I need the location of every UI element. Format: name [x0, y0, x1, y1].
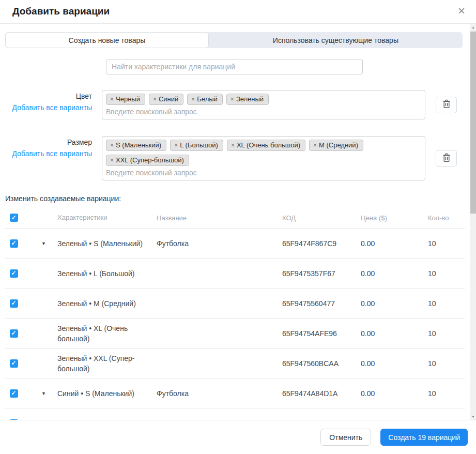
modal-body: Создать новые товары Использовать сущест…	[0, 24, 470, 420]
create-variations-button[interactable]: Создать 19 вариаций	[380, 429, 468, 446]
table-header-row: Характеристики Название КОД Цена ($) Кол…	[5, 207, 465, 229]
row-price: 0.00	[361, 269, 424, 278]
column-header-price: Цена ($)	[361, 214, 424, 222]
attribute-row-color: Цвет Добавить все варианты ×Черный ×Сини…	[5, 90, 470, 119]
remove-tag-icon[interactable]: ×	[231, 142, 235, 149]
row-qty: 10	[424, 359, 465, 368]
table-row: ▼ Зеленый • XL (Очень большой) 65F94754A…	[5, 319, 465, 349]
size-tag: ×M (Средний)	[309, 140, 363, 151]
size-search-input[interactable]	[106, 169, 405, 177]
row-checkbox[interactable]	[10, 269, 18, 278]
scrollbar-track[interactable]	[470, 31, 476, 414]
variations-table: Характеристики Название КОД Цена ($) Кол…	[5, 207, 465, 420]
row-checkbox[interactable]	[10, 329, 18, 338]
color-tag: ×Черный	[106, 94, 145, 105]
size-tag: ×XXL (Супер-большой)	[106, 155, 189, 166]
row-code: 65F9475357F67	[282, 269, 361, 278]
color-tag: ×Белый	[187, 94, 223, 105]
column-header-qty: Кол-во	[424, 214, 465, 222]
color-tag: ×Зеленый	[226, 94, 269, 105]
tab-use-existing-products[interactable]: Использовать существующие товары	[209, 32, 463, 48]
scrollbar-up-arrow[interactable]: ▲	[470, 24, 476, 31]
table-row: ▼ Синий • L (Большой) 65F9475357F6B 0.00…	[5, 408, 465, 420]
modal-header: Добавить вариации ×	[0, 0, 476, 24]
remove-tag-icon[interactable]: ×	[110, 96, 114, 103]
scrollbar-thumb[interactable]	[470, 32, 476, 214]
remove-tag-icon[interactable]: ×	[313, 142, 317, 149]
remove-tag-icon[interactable]: ×	[110, 157, 114, 164]
color-tags-box[interactable]: ×Черный ×Синий ×Белый ×Зеленый	[102, 90, 425, 119]
size-tag: ×L (Большой)	[170, 140, 223, 151]
table-row: ▼ Синий • S (Маленький) Футболка 65F9474…	[5, 379, 465, 408]
size-tags-box[interactable]: ×S (Маленький) ×L (Большой) ×XL (Очень б…	[102, 136, 425, 180]
row-characteristics: Зеленый • XL (Очень большой)	[57, 323, 157, 344]
row-qty: 10	[424, 299, 465, 308]
column-header-code: КОД	[282, 214, 361, 222]
edit-variations-title: Изменить создаваемые вариации:	[5, 194, 470, 203]
color-tag: ×Синий	[149, 94, 183, 105]
row-characteristics: Зеленый • M (Средний)	[57, 298, 157, 309]
row-price: 0.00	[361, 389, 424, 398]
size-attribute-label: Размер	[5, 138, 92, 146]
row-price: 0.00	[361, 329, 424, 338]
delete-color-attribute-button[interactable]	[436, 97, 457, 113]
table-row: ▼ Зеленый • XXL (Супер-большой) 65F94756…	[5, 349, 465, 379]
remove-tag-icon[interactable]: ×	[153, 96, 157, 103]
row-characteristics: Синий • S (Маленький)	[57, 388, 157, 399]
row-checkbox[interactable]	[10, 359, 18, 368]
row-qty: 10	[424, 239, 465, 248]
row-code: 65F947560BCAA	[282, 359, 361, 368]
add-all-size-variants-link[interactable]: Добавить все варианты	[12, 149, 92, 158]
row-expander-icon[interactable]: ▼	[30, 391, 57, 396]
attribute-row-size: Размер Добавить все варианты ×S (Маленьк…	[5, 136, 470, 180]
row-qty: 10	[424, 269, 465, 278]
row-code: 65F94754AFE96	[282, 329, 361, 338]
row-characteristics: Зеленый • XXL (Супер-большой)	[57, 353, 157, 374]
row-name: Футболка	[157, 389, 282, 398]
row-qty: 10	[424, 389, 465, 398]
close-icon[interactable]: ×	[458, 5, 465, 17]
row-code: 65F9474A84D1A	[282, 389, 361, 398]
table-body: ▼ Зеленый • S (Маленький) Футболка 65F94…	[5, 229, 465, 420]
table-row: ▼ Зеленый • L (Большой) 65F9475357F67 0.…	[5, 259, 465, 289]
search-characteristics-input[interactable]	[106, 59, 363, 74]
search-row	[106, 59, 470, 74]
select-all-checkbox[interactable]	[10, 214, 18, 222]
tab-create-new-products[interactable]: Создать новые товары	[5, 32, 209, 48]
size-tag: ×S (Маленький)	[106, 140, 166, 151]
color-search-input[interactable]	[106, 108, 405, 116]
remove-tag-icon[interactable]: ×	[231, 96, 234, 103]
remove-tag-icon[interactable]: ×	[110, 142, 114, 149]
row-checkbox[interactable]	[10, 389, 18, 398]
row-characteristics: Зеленый • L (Большой)	[57, 268, 157, 279]
remove-tag-icon[interactable]: ×	[191, 96, 195, 103]
row-name: Футболка	[157, 239, 282, 248]
table-row: ▼ Зеленый • S (Маленький) Футболка 65F94…	[5, 229, 465, 259]
add-variations-modal: Добавить вариации × Создать новые товары…	[0, 0, 476, 454]
vertical-scrollbar[interactable]: ▲ ▼	[470, 24, 476, 420]
page-title: Добавить вариации	[12, 6, 110, 17]
row-price: 0.00	[361, 359, 424, 368]
column-header-name: Название	[157, 214, 282, 222]
row-code: 65F9475560477	[282, 299, 361, 308]
scrollbar-down-arrow[interactable]: ▼	[470, 414, 476, 420]
trash-icon	[442, 99, 451, 110]
tab-bar: Создать новые товары Использовать сущест…	[5, 32, 463, 48]
table-row: ▼ Зеленый • M (Средний) 65F9475560477 0.…	[5, 289, 465, 319]
remove-tag-icon[interactable]: ×	[174, 142, 178, 149]
delete-size-attribute-button[interactable]	[436, 150, 457, 167]
cancel-button[interactable]: Отменить	[320, 429, 371, 446]
row-checkbox[interactable]	[10, 239, 18, 248]
column-header-characteristics: Характеристики	[57, 213, 157, 223]
row-expander-icon[interactable]: ▼	[30, 241, 57, 246]
row-characteristics: Зеленый • S (Маленький)	[57, 238, 157, 249]
add-all-color-variants-link[interactable]: Добавить все варианты	[12, 103, 92, 112]
row-price: 0.00	[361, 299, 424, 308]
row-checkbox[interactable]	[10, 299, 18, 308]
modal-footer: Отменить Создать 19 вариаций	[0, 420, 476, 454]
trash-icon	[442, 153, 451, 164]
row-qty: 10	[424, 329, 465, 338]
size-tag: ×XL (Очень большой)	[227, 140, 305, 151]
row-code: 65F9474F867C9	[282, 239, 361, 248]
color-attribute-label: Цвет	[5, 92, 92, 100]
